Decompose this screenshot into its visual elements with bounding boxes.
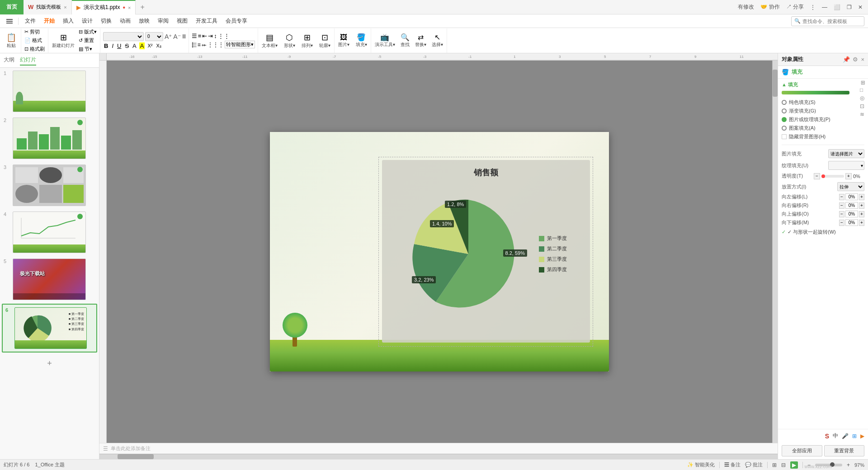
comments-btn[interactable]: 💬 批注 <box>745 461 763 468</box>
replace-btn[interactable]: ⇄ 替换▾ <box>413 32 428 49</box>
decrease-indent-btn[interactable]: ⇤ <box>202 33 207 39</box>
menu-start[interactable]: 开始 <box>40 15 58 27</box>
font-color-btn[interactable]: A <box>132 42 137 49</box>
fill-section-title[interactable]: ▲ 填充 <box>782 81 864 88</box>
paste-btn[interactable]: 📋 粘贴 <box>5 32 18 50</box>
line-spacing-btn[interactable]: ↕ <box>214 33 217 39</box>
chart-box[interactable]: 销售额 <box>382 160 590 343</box>
share-btn[interactable]: ↗ 分享 <box>786 3 804 11</box>
reset-bg-btn[interactable]: 重置背景 <box>824 445 865 456</box>
text-direction-btn[interactable]: 转智能图形▾ <box>225 41 255 48</box>
slideshow-status-btn[interactable]: ▶ <box>790 461 798 469</box>
transparency-bar[interactable] <box>821 175 844 178</box>
search-box-wrapper[interactable]: 🔍 <box>791 16 864 26</box>
minimize-btn[interactable]: — <box>822 4 827 10</box>
arrange-btn[interactable]: ⊞ 排列▾ <box>300 32 315 50</box>
copy-btn[interactable]: ⊡ 格式刷 <box>23 45 46 53</box>
full-apply-btn[interactable]: 全部应用 <box>782 445 822 456</box>
increase-indent-btn[interactable]: ⇥ <box>208 33 213 39</box>
image-fill-select[interactable]: 请选择图片 <box>828 149 864 158</box>
home-tab[interactable]: 首页 <box>0 0 24 14</box>
panel-fill-tab[interactable]: 🪣 填充 <box>778 66 868 79</box>
texture-select-area[interactable]: ▾ <box>828 161 864 170</box>
maximize-btn[interactable]: ⬜ <box>834 4 840 10</box>
slide-item-2[interactable]: 2 <box>0 115 99 162</box>
underline-btn[interactable]: U <box>116 42 122 49</box>
zoom-in-btn[interactable]: + <box>847 462 850 468</box>
reset-btn[interactable]: ↺ 重置 <box>77 37 98 44</box>
slide-item-1[interactable]: 1 <box>0 68 99 115</box>
panel-tab-outline[interactable]: 大纲 <box>4 55 14 66</box>
vertical-scrollbar[interactable] <box>772 61 778 443</box>
number-list-btn[interactable]: ≡ <box>198 33 202 39</box>
section-btn[interactable]: ▤ 节▾ <box>77 45 98 53</box>
wps-ppt-icon[interactable]: ▶ <box>860 433 864 439</box>
fill-option-pattern[interactable]: 图案填充(A) <box>782 124 864 132</box>
menu-review[interactable]: 审阅 <box>154 15 172 27</box>
picture-btn[interactable]: 🖼 图片▾ <box>336 33 351 49</box>
search-input[interactable] <box>802 19 861 24</box>
panel-pin-icon[interactable]: 📌 <box>843 56 850 63</box>
menu-insert[interactable]: 插入 <box>59 15 77 27</box>
fill-option-solid[interactable]: 纯色填充(S) <box>782 98 864 107</box>
slide-item-6[interactable]: 6 ■ 第一季度 ■ 第二季度 ■ 第三季度 ■ 第四季度 <box>2 304 97 352</box>
offset-left-plus[interactable]: + <box>859 194 864 200</box>
transparency-plus-btn[interactable]: + <box>845 173 852 179</box>
superscript-btn[interactable]: X² <box>146 43 153 48</box>
active-tab[interactable]: ▶ 演示文稿1.pptx • × <box>72 0 136 14</box>
side-icon-2[interactable]: □ <box>860 87 866 93</box>
new-tab-btn[interactable]: + <box>136 0 149 14</box>
font-size-select[interactable]: 0 <box>145 32 163 41</box>
justify-btn[interactable]: ⋮⋮⋮ <box>208 42 224 48</box>
slide-item-5[interactable]: 5 极光下载站 <box>0 256 99 303</box>
offset-up-plus[interactable]: + <box>859 211 864 217</box>
menu-slideshow[interactable]: 放映 <box>135 15 153 27</box>
clear-format-btn[interactable]: Ⅲ <box>182 33 186 40</box>
zoom-level[interactable]: 97% <box>854 462 864 468</box>
menu-member[interactable]: 会员专享 <box>222 15 251 27</box>
wps-logo-tab[interactable]: W 找版壳模板 × <box>24 0 72 14</box>
offset-down-plus[interactable]: + <box>859 220 864 226</box>
wps-chinese-icon[interactable]: 中 <box>833 432 838 440</box>
format-btn[interactable]: 📄 格式 <box>23 37 46 44</box>
columns-btn[interactable]: ⋮⋮ <box>218 33 230 39</box>
side-icon-4[interactable]: ⊡ <box>860 103 866 109</box>
transparency-minus-btn[interactable]: − <box>814 173 820 179</box>
wps-mic-icon[interactable]: 🎤 <box>842 433 849 439</box>
collaborate-btn[interactable]: 🤝 协作 <box>760 3 779 11</box>
slide-6-canvas[interactable]: 销售额 <box>270 132 609 371</box>
menu-transition[interactable]: 切换 <box>97 15 115 27</box>
strikethrough-btn[interactable]: S <box>124 42 130 49</box>
subscript-btn[interactable]: X₂ <box>155 43 162 49</box>
offset-down-minus[interactable]: − <box>839 220 844 226</box>
add-slide-btn[interactable]: + <box>0 355 99 372</box>
slideshow-btn[interactable]: 📺 演示工具▾ <box>373 32 397 49</box>
more-menu-icon[interactable]: ⋮ <box>810 4 816 10</box>
has-modify-btn[interactable]: 有修改 <box>738 3 754 11</box>
normal-view-btn[interactable]: ⊞ <box>772 462 777 468</box>
placement-select[interactable]: 拉伸 <box>837 182 864 191</box>
restore-btn[interactable]: ❐ <box>847 4 852 10</box>
note-bar[interactable]: ☰ 单击此处添加备注 <box>99 443 778 454</box>
textbox-btn[interactable]: ▤ 文本框▾ <box>260 32 279 50</box>
font-name-select[interactable] <box>103 32 144 41</box>
wps-table-icon[interactable]: ⊞ <box>852 433 857 439</box>
bold-btn[interactable]: B <box>103 42 109 49</box>
offset-up-minus[interactable]: − <box>839 211 844 217</box>
bullet-list-btn[interactable]: ☰ <box>192 33 197 39</box>
close-btn[interactable]: ✕ <box>858 4 863 10</box>
shape-btn[interactable]: ⬡ 形状▾ <box>282 32 297 50</box>
offset-right-plus[interactable]: + <box>859 202 864 209</box>
find-btn[interactable]: 🔍 查找 <box>399 32 411 49</box>
menu-design[interactable]: 设计 <box>78 15 96 27</box>
offset-right-minus[interactable]: − <box>839 202 844 209</box>
pie-chart[interactable]: 8.2, 59% 3.2, 23% 1.4, 10% 1.2, 8% <box>405 191 532 317</box>
offset-left-minus[interactable]: − <box>839 194 844 200</box>
notes-btn[interactable]: ☰ 备注 <box>724 461 741 468</box>
decrease-font-btn[interactable]: A⁻ <box>173 33 180 40</box>
new-slide-btn[interactable]: ⊞ 新建幻灯片 <box>50 32 76 50</box>
menu-hamburger[interactable] <box>4 17 15 25</box>
fill-option-hide[interactable]: 隐藏背景图形(H) <box>782 132 864 141</box>
fill-btn[interactable]: 🪣 填充▾ <box>354 32 369 49</box>
panel-settings-icon[interactable]: ⚙ <box>853 56 858 63</box>
